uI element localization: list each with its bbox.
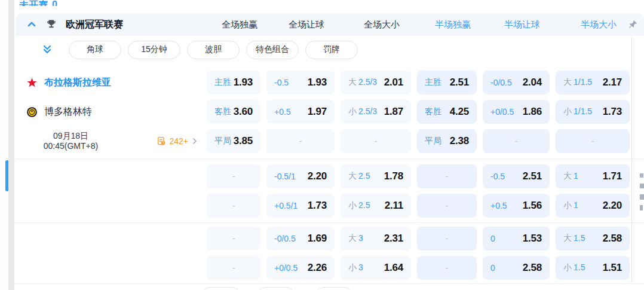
odds-label: 小1/1.5 — [563, 106, 592, 117]
odds-value: 2.17 — [603, 77, 622, 88]
odds-cell[interactable]: 主胜1.93 — [207, 71, 260, 94]
odds-cell[interactable]: 大1/1.52.17 — [556, 71, 630, 94]
market-chip-correct-score[interactable]: 波胆 — [187, 41, 240, 59]
odds-value: 1.56 — [523, 200, 542, 212]
tab-not-started[interactable]: 未开赛 0 — [16, 0, 57, 6]
odds-label: +0.5 — [490, 201, 507, 210]
odds-label: 小3 — [348, 262, 363, 273]
clipped-edge-glyph — [640, 173, 643, 178]
odds-cell[interactable]: 02.58 — [483, 256, 550, 280]
odds-label: -0/0.5 — [274, 234, 296, 243]
odds-cell[interactable]: -0.51.93 — [266, 71, 335, 94]
away-team-name[interactable]: 博多格林特 — [44, 106, 92, 118]
column-header-ht-1x2: 半场独赢 — [423, 19, 483, 30]
odds-value: 3.60 — [234, 106, 253, 118]
odds-cell[interactable]: 平局2.38 — [417, 129, 477, 153]
left-scroll-rail — [0, 0, 8, 290]
clipped-chip[interactable] — [315, 287, 353, 290]
odds-cell[interactable]: 小1.51.51 — [556, 256, 630, 280]
home-team-name[interactable]: 布拉格斯拉维亚 — [44, 77, 111, 89]
odds-cell[interactable]: 01.53 — [483, 227, 550, 251]
odds-cell[interactable]: 客胜3.60 — [207, 100, 260, 124]
market-chip-15min[interactable]: 15分钟 — [128, 41, 180, 59]
odds-cell[interactable]: -0.52.51 — [483, 164, 550, 188]
home-team-row[interactable]: 布拉格斯拉维亚 — [16, 71, 207, 94]
no-odds-dash: - — [446, 201, 449, 210]
odds-value: 2.38 — [450, 135, 469, 147]
no-odds-dash: - — [446, 172, 449, 181]
column-header-ft-ou: 全场大小 — [346, 19, 417, 30]
market-chips: 角球 15分钟 波胆 特色组合 罚牌 — [69, 41, 358, 59]
odds-cell[interactable]: 大2.5/32.01 — [341, 71, 411, 94]
odds-cell[interactable]: -0/0.52.04 — [483, 71, 550, 94]
odds-label: 大1/1.5 — [563, 77, 592, 88]
chevron-up-icon[interactable] — [26, 19, 37, 30]
market-chip-corners[interactable]: 角球 — [69, 41, 121, 59]
odds-cell[interactable]: 平局3.85 — [207, 129, 260, 153]
odds-value: 1.78 — [384, 170, 403, 182]
odds-cell[interactable]: 大2.51.78 — [341, 164, 411, 188]
odds-cell[interactable]: +0.51.56 — [483, 194, 550, 218]
odds-label: 0 — [490, 234, 495, 243]
odds-cell[interactable]: 主胜2.51 — [417, 71, 477, 94]
league-header: 欧洲冠军联赛 全场独赢 全场让球 全场大小 半场独赢 半场让球 半场大小 — [16, 13, 644, 36]
right-edge-divider — [631, 37, 632, 281]
more-markets-link[interactable]: 242+ — [157, 136, 198, 146]
double-chevron-down-icon[interactable] — [41, 43, 54, 56]
pushpin-icon[interactable] — [627, 19, 638, 30]
odds-label: 0 — [490, 263, 495, 273]
odds-cell[interactable]: 大1.52.58 — [556, 227, 630, 251]
odds-cell-empty: - — [417, 194, 477, 218]
odds-cell[interactable]: 小31.64 — [341, 256, 411, 280]
empty-info-column — [16, 164, 207, 218]
odds-cell[interactable]: +0.51.97 — [266, 100, 335, 124]
odds-value: 1.87 — [384, 106, 403, 118]
odds-label: -0/0.5 — [490, 78, 512, 87]
odds-cell-empty: - — [417, 164, 477, 188]
column-header-ft-1x2: 全场独赢 — [213, 19, 266, 30]
extra-lines-section-1: --0.5/12.20大2.51.78--0.52.51大11.71-+0.5/… — [16, 159, 644, 222]
odds-cell[interactable]: 小12.20 — [556, 194, 630, 218]
odds-label: 大1.5 — [563, 233, 585, 244]
market-chip-specials[interactable]: 特色组合 — [246, 41, 299, 59]
odds-cell[interactable]: 客胜4.25 — [417, 100, 477, 124]
kickoff-time: 09月18日 00:45(GMT+8) — [16, 131, 126, 151]
column-header-ht-handicap: 半场让球 — [489, 19, 556, 30]
odds-cell[interactable]: +0/0.51.86 — [483, 100, 550, 124]
top-strip: 未开赛 0 — [16, 0, 644, 6]
odds-cell-empty: - — [341, 129, 411, 153]
clipped-chip[interactable] — [257, 287, 295, 290]
odds-value: 1.73 — [603, 106, 622, 118]
odds-grid-main: 主胜1.93-0.51.93大2.5/32.01主胜2.51-0/0.52.04… — [207, 71, 644, 153]
odds-cell[interactable]: 小1/1.51.73 — [556, 100, 630, 124]
market-chip-cards[interactable]: 罚牌 — [305, 41, 358, 59]
odds-label: 平局 — [214, 136, 231, 146]
odds-label: 小2.5 — [348, 200, 370, 211]
odds-label: 大1 — [563, 171, 578, 182]
odds-cell-empty: - — [207, 256, 260, 280]
league-header-left: 欧洲冠军联赛 — [16, 19, 207, 31]
next-block-chips-clipped — [16, 286, 644, 290]
tab-label: 未开赛 — [19, 0, 48, 6]
odds-grid-extra-2: --0/0.51.69大32.31-01.53大1.52.58-+0/0.52.… — [207, 227, 644, 280]
clipped-chip[interactable] — [201, 287, 241, 290]
odds-cell[interactable]: +0.5/11.73 — [266, 194, 335, 218]
odds-cell[interactable]: 大32.31 — [341, 227, 411, 251]
odds-value: 2.04 — [523, 77, 542, 88]
away-team-row[interactable]: 博多格林特 — [16, 100, 207, 124]
odds-value: 1.97 — [308, 106, 327, 118]
column-header-ft-handicap: 全场让球 — [272, 19, 341, 30]
main-content: 未开赛 0 欧洲冠军联赛 全场独赢 全场让球 全场大小 半场独赢 半场让球 半场… — [16, 0, 644, 290]
odds-cell[interactable]: -0/0.51.69 — [266, 227, 335, 251]
odds-cell[interactable]: 小2.5/31.87 — [341, 100, 411, 124]
odds-cell-empty: - — [556, 129, 630, 153]
odds-cell[interactable]: 大11.71 — [556, 164, 630, 188]
odds-cell[interactable]: 小2.52.11 — [341, 194, 411, 218]
odds-cell[interactable]: -0.5/12.20 — [266, 164, 335, 188]
odds-value: 2.11 — [385, 200, 403, 212]
odds-value: 1.73 — [308, 200, 327, 212]
odds-value: 2.51 — [450, 77, 469, 88]
league-title[interactable]: 欧洲冠军联赛 — [66, 19, 123, 31]
odds-cell[interactable]: +0/0.52.26 — [266, 256, 335, 280]
odds-value: 1.71 — [603, 170, 622, 182]
